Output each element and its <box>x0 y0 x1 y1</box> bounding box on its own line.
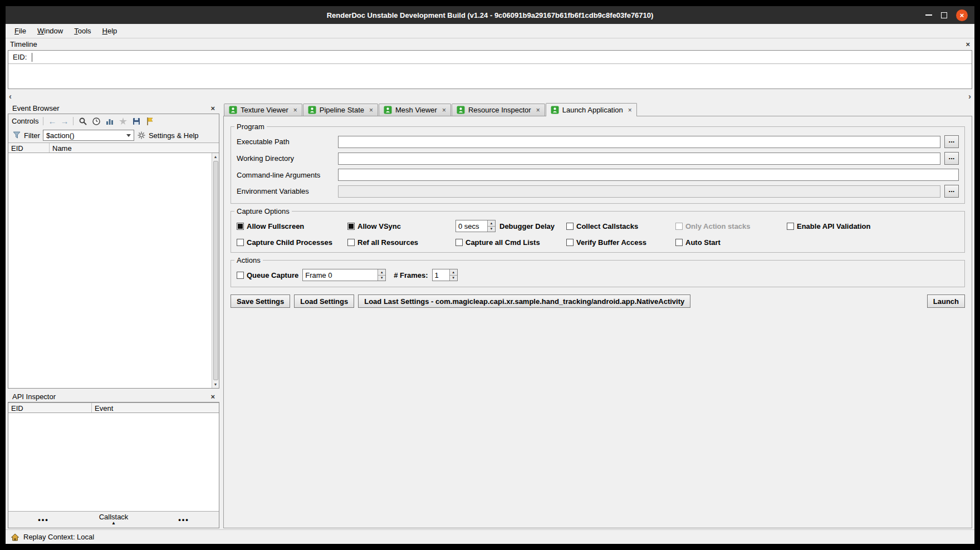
spin-up-icon[interactable]: ▲ <box>450 269 457 276</box>
checkbox-label: Allow VSync <box>357 222 401 230</box>
tab-close-icon[interactable]: × <box>369 107 373 114</box>
checkbox-ref-all-resources[interactable]: Ref all Resources <box>347 238 455 247</box>
event-browser-close-icon[interactable]: × <box>210 105 215 112</box>
checkbox-enable-api-validation[interactable]: Enable API Validation <box>787 222 959 230</box>
capture-options-group-title: Capture Options <box>234 207 292 215</box>
api-event-list[interactable] <box>8 413 219 511</box>
menu-file[interactable]: File <box>9 25 32 37</box>
tab-pipeline-state[interactable]: Pipeline State × <box>303 104 378 116</box>
checkbox-auto-start[interactable]: Auto Start <box>675 238 787 247</box>
replay-context-label: Replay Context: Local <box>23 533 94 541</box>
menu-tools[interactable]: Tools <box>68 25 96 37</box>
scroll-left-icon[interactable]: ‹ <box>9 92 12 100</box>
working-directory-field[interactable] <box>338 153 940 165</box>
browse-button[interactable]: ... <box>944 135 959 148</box>
splitter-handle-icon[interactable]: ••• <box>178 515 189 524</box>
find-icon[interactable] <box>78 116 87 126</box>
splitter-handle-icon[interactable]: ••• <box>38 515 49 524</box>
minimize-icon[interactable] <box>925 14 932 16</box>
tab-close-icon[interactable]: × <box>536 107 540 114</box>
expand-up-icon: ▲ <box>111 521 116 526</box>
executable-path-field[interactable] <box>338 136 940 148</box>
scroll-right-icon[interactable]: › <box>968 92 971 100</box>
titlebar[interactable]: RenderDoc Unstable Development Build (v1… <box>6 6 974 24</box>
menu-help[interactable]: Help <box>97 25 123 37</box>
timeline-eid-row: EID: <box>8 51 972 64</box>
api-event-list-content[interactable] <box>8 413 219 511</box>
browse-button[interactable]: ... <box>944 152 959 165</box>
event-list-content[interactable] <box>8 153 212 388</box>
timeline-close-icon[interactable]: × <box>966 41 970 48</box>
actions-group-title: Actions <box>234 256 263 264</box>
checkbox-verify-buffer-access[interactable]: Verify Buffer Access <box>566 238 675 247</box>
spin-up-icon[interactable]: ▲ <box>488 220 495 227</box>
checkbox-queue-capture[interactable]: Queue Capture <box>237 271 298 279</box>
launch-button[interactable]: Launch <box>927 294 965 308</box>
tab-launch-application[interactable]: Launch Application × <box>546 103 637 116</box>
tab-close-icon[interactable]: × <box>293 107 297 114</box>
working-directory-label: Working Directory <box>237 154 338 163</box>
maximize-icon[interactable] <box>941 12 947 18</box>
debugger-delay-spinbox[interactable]: 0 secs ▲▼ <box>455 220 496 232</box>
export-icon[interactable] <box>131 116 141 126</box>
checkbox-allow-vsync[interactable]: Allow VSync <box>347 222 455 230</box>
timeline-track[interactable] <box>8 64 972 89</box>
settings-help-button[interactable]: Settings & Help <box>137 131 199 140</box>
load-settings-button[interactable]: Load Settings <box>294 294 354 308</box>
callstack-label: Callstack <box>99 513 129 521</box>
browse-button[interactable]: ... <box>944 185 959 198</box>
callstack-splitter: ••• Callstack ▲ ••• <box>8 511 219 528</box>
tab-close-icon[interactable]: × <box>628 107 632 114</box>
api-inspector-header[interactable]: API Inspector × <box>8 391 219 402</box>
filter-dropdown[interactable]: $action() <box>43 130 134 141</box>
save-settings-button[interactable]: Save Settings <box>231 294 290 308</box>
scroll-up-icon[interactable]: ▲ <box>214 153 218 160</box>
event-list[interactable]: ▲ ▼ <box>8 153 219 388</box>
back-arrow-icon[interactable]: ← <box>48 117 56 125</box>
tab-close-icon[interactable]: × <box>442 107 446 114</box>
queue-frame-spinbox[interactable]: Frame 0 ▲▼ <box>302 269 386 281</box>
checkbox-collect-callstacks[interactable]: Collect Callstacks <box>566 222 675 230</box>
time-icon[interactable] <box>91 116 101 126</box>
tab-resource-inspector[interactable]: Resource Inspector × <box>452 104 545 116</box>
menu-window[interactable]: Window <box>32 25 68 37</box>
tab-label: Mesh Viewer <box>395 106 437 114</box>
api-inspector-table-header: EID Event <box>8 402 219 413</box>
checkbox-allow-fullscreen[interactable]: Allow Fullscreen <box>237 222 347 230</box>
chevron-down-icon <box>126 134 131 137</box>
program-group: Program Executable Path ... Working Dire… <box>231 126 965 204</box>
command-line-field[interactable] <box>338 169 959 181</box>
flame-graph-icon[interactable] <box>118 116 128 126</box>
spin-down-icon[interactable]: ▼ <box>378 276 385 281</box>
event-list-scrollbar[interactable]: ▲ ▼ <box>212 153 219 388</box>
spin-down-icon[interactable]: ▼ <box>488 227 495 232</box>
tab-mesh-viewer[interactable]: Mesh Viewer × <box>379 104 451 116</box>
column-header-eid[interactable]: EID <box>8 403 92 412</box>
load-last-settings-button[interactable]: Load Last Settings - com.magicleap.capi.… <box>358 294 690 308</box>
column-header-eid[interactable]: EID <box>8 143 50 153</box>
actions-group: Actions Queue Capture Frame 0 ▲▼ # Frame… <box>231 260 965 287</box>
spin-down-icon[interactable]: ▼ <box>450 276 457 281</box>
checkbox-capture-child-processes[interactable]: Capture Child Processes <box>237 238 347 247</box>
spin-up-icon[interactable]: ▲ <box>378 269 385 276</box>
scrollbar-thumb[interactable] <box>213 161 218 380</box>
durations-icon[interactable] <box>105 116 114 126</box>
column-header-name[interactable]: Name <box>50 143 219 153</box>
filter-value: $action() <box>46 131 75 140</box>
filter-row: Filter $action() Settings & Help <box>8 128 219 143</box>
column-header-event[interactable]: Event <box>92 403 219 412</box>
event-browser-header[interactable]: Event Browser × <box>8 102 219 114</box>
timeline-scrollbar[interactable]: ‹ › <box>6 90 974 101</box>
tab-texture-viewer[interactable]: Texture Viewer × <box>224 104 302 116</box>
bookmark-icon[interactable] <box>145 116 154 126</box>
checkbox-capture-all-cmd-lists[interactable]: Capture all Cmd Lists <box>455 238 566 247</box>
close-icon[interactable]: × <box>956 9 968 21</box>
scroll-down-icon[interactable]: ▼ <box>214 381 218 388</box>
timeline-header[interactable]: Timeline × <box>6 38 974 50</box>
debugger-delay-value: 0 secs <box>456 220 487 232</box>
callstack-toggle[interactable]: Callstack ▲ <box>99 513 129 526</box>
api-inspector-close-icon[interactable]: × <box>210 393 215 400</box>
toolbar-separator <box>73 117 74 125</box>
num-frames-spinbox[interactable]: 1 ▲▼ <box>432 269 458 281</box>
forward-arrow-icon[interactable]: → <box>60 117 68 125</box>
